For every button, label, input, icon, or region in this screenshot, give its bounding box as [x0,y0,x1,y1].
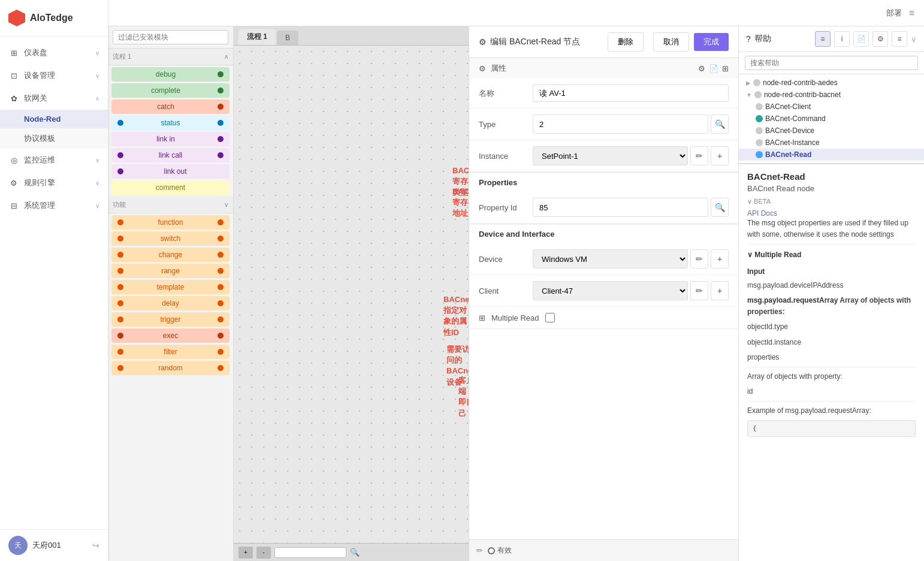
delete-button[interactable]: 删除 [608,32,644,52]
sidebar-item-device-mgmt[interactable]: ⊡ 设备管理 ∨ [0,64,108,87]
node-item-comment[interactable]: comment [111,180,230,195]
node-item-status[interactable]: status [111,116,230,130]
node-item-link-call[interactable]: link call [111,148,230,162]
node-item-random[interactable]: random [111,361,230,375]
node-item-change[interactable]: change [111,248,230,262]
field-type-label: Type [479,120,527,129]
field-name-input[interactable] [533,85,729,102]
random-dot-left [117,365,123,371]
app-name: AloTedge [30,13,73,23]
canvas-search-input[interactable] [274,547,346,558]
type-search-btn[interactable]: 🔍 [711,114,729,134]
node-item-catch[interactable]: catch [111,99,230,114]
range-dot-left [117,268,123,274]
debug-dot-right [218,71,224,77]
sidebar-item-protocol[interactable]: 协议模板 [0,128,108,149]
help-chevron-down[interactable]: ∨ [911,35,917,44]
field-device-select[interactable]: Windows VM [533,249,688,269]
node-item-delay[interactable]: delay [111,296,230,310]
tab-flow1[interactable]: 流程 1 [238,29,276,45]
instance-add-btn[interactable]: + [711,146,729,165]
edit-row-client: Client Client-47 ✏ + [469,275,738,307]
help-prop-request-array: msg.payload.requestArray Array of object… [747,295,916,318]
tree-item-bacnet-read[interactable]: BACnet-Read [739,149,924,161]
client-add-btn[interactable]: + [711,281,729,300]
subsection-properties-title: Properties [469,173,738,192]
canvas-zoom-out-btn[interactable]: - [256,547,271,559]
field-propid-input[interactable] [533,198,708,217]
footer-edit-icon[interactable]: ✏ [476,546,483,555]
avatar: 天 [8,536,28,555]
help-content: BACnet-Read BACnet Read node ∨ BETA API … [739,164,924,447]
section-flow1[interactable]: 流程 1 ∧ [108,49,233,65]
node-item-link-in[interactable]: link in [111,132,230,146]
sidebar-item-node-red[interactable]: Node-Red [0,110,108,128]
node-search-input[interactable] [113,30,228,44]
section-icon-settings[interactable]: ⚙ [698,64,705,73]
tree-item-aedes[interactable]: ▶ node-red-contrib-aedes [739,77,924,89]
device-input-group: Windows VM ✏ + [533,249,729,269]
edit-row-instance: Instance SetPoint-1 ✏ + [469,140,738,172]
node-label-trigger: trigger [127,315,214,324]
help-btn-menu[interactable]: ≡ [892,31,907,47]
cancel-button[interactable]: 取消 [653,32,689,52]
node-item-complete[interactable]: complete [111,83,230,98]
canvas-zoom-in-btn[interactable]: + [238,547,253,559]
subsection-device-title: Device and Interface [469,224,738,243]
node-item-range[interactable]: range [111,264,230,278]
help-multiple-read-label: ∨ Multiple Read [747,249,916,261]
sidebar-item-dashboard[interactable]: ⊞ 仪表盘 ∨ [0,41,108,64]
field-type-input[interactable] [533,114,708,134]
section-func[interactable]: 功能 ∨ [108,197,233,213]
node-item-trigger[interactable]: trigger [111,312,230,327]
sidebar-item-gateway[interactable]: ✿ 软网关 ∧ [0,87,108,110]
help-icon-buttons: ≡ i 📄 ⚙ ≡ ∨ [815,31,917,47]
node-label-complete: complete [117,86,214,95]
help-api-docs-link[interactable]: API Docs [747,209,777,218]
topbar-menu-icon[interactable]: ≡ [909,8,914,19]
help-search-input[interactable] [745,56,918,70]
sidebar-item-system[interactable]: ⊟ 系统管理 ∨ [0,194,108,217]
tree-item-bacnet[interactable]: ▼ node-red-contrib-bacnet [739,89,924,101]
dot-bacnet-device [756,127,763,134]
section-icon-doc[interactable]: 📄 [709,64,718,73]
node-item-template[interactable]: template [111,280,230,294]
annotation-register-addr: BACnet寄存器地址 [452,186,469,219]
change-dot-right [218,252,224,258]
gateway-submenu: Node-Red 协议模板 [0,110,108,149]
section-icon-expand[interactable]: ⊞ [722,64,729,73]
help-btn-list[interactable]: ≡ [815,31,831,47]
node-item-link-out[interactable]: link out [111,164,230,179]
field-client-select[interactable]: Client-47 [533,281,688,300]
node-item-function[interactable]: function [111,215,230,230]
device-edit-btn[interactable]: ✏ [690,249,708,269]
tree-item-bacnet-client[interactable]: BACnet-Client [739,101,924,113]
help-btn-doc[interactable]: 📄 [853,31,869,47]
multiread-checkbox[interactable] [545,313,555,322]
node-item-exec[interactable]: exec [111,328,230,343]
sidebar-item-monitor[interactable]: ◎ 监控运维 ∨ [0,149,108,171]
sidebar-item-rules[interactable]: ⚙ 规则引擎 ∨ [0,171,108,194]
done-button[interactable]: 完成 [694,33,729,51]
tab-flow2[interactable]: B [277,31,298,45]
valid-circle-icon [488,547,495,554]
help-description: The msg object properties are used if th… [747,218,916,240]
client-edit-btn[interactable]: ✏ [690,281,708,300]
device-add-btn[interactable]: + [711,249,729,269]
node-item-debug[interactable]: debug [111,67,230,82]
tree-item-bacnet-instance[interactable]: BACnet-Instance [739,137,924,149]
node-item-filter[interactable]: filter [111,345,230,359]
canvas-search-icon[interactable]: 🔍 [350,548,360,557]
propid-search-btn[interactable]: 🔍 [711,198,729,217]
help-divider2 [747,367,916,367]
canvas-area[interactable]: 单个读写AV-1 时间戳 时间戳 [234,46,469,543]
help-btn-gear[interactable]: ⚙ [872,31,888,47]
node-item-switch[interactable]: switch [111,231,230,246]
tree-item-bacnet-command[interactable]: BACnet-Command [739,113,924,125]
field-instance-select[interactable]: SetPoint-1 [533,146,688,165]
dot-bacnet-client [756,103,763,110]
tree-item-bacnet-device[interactable]: BACnet-Device [739,125,924,137]
logout-icon[interactable]: ↪ [92,541,99,550]
help-btn-info[interactable]: i [834,31,850,47]
instance-edit-btn[interactable]: ✏ [690,146,708,165]
